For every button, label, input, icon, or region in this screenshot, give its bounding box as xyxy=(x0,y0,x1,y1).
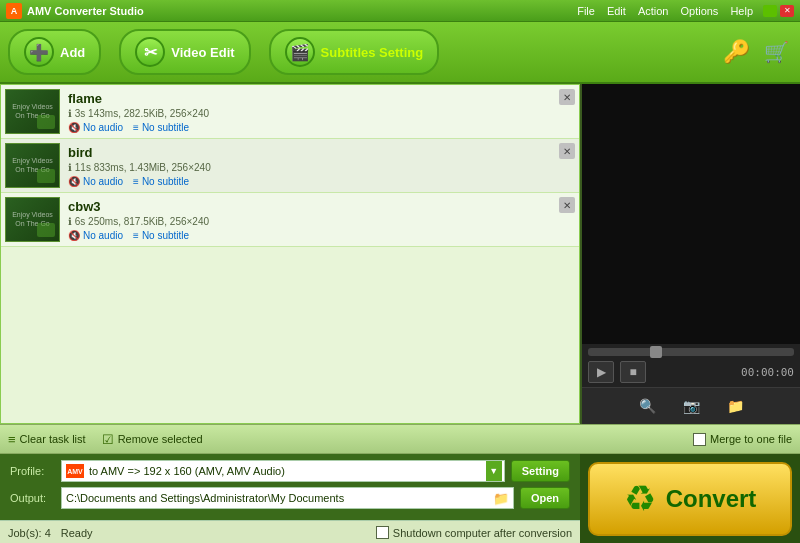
subtitle-icon: ≡ xyxy=(133,176,139,187)
folder-button[interactable]: 📁 xyxy=(721,394,749,418)
main-area: Enjoy VideosOn The Go flame ℹ 3s 143ms, … xyxy=(0,84,800,424)
menu-action[interactable]: Action xyxy=(638,5,669,17)
audio-status: 🔇 No audio xyxy=(68,176,123,187)
shutdown-checkbox[interactable] xyxy=(376,526,389,539)
file-item: Enjoy VideosOn The Go flame ℹ 3s 143ms, … xyxy=(1,85,579,139)
bottom-section: Profile: AMV to AMV => 192 x 160 (AMV, A… xyxy=(0,454,800,543)
open-button[interactable]: Open xyxy=(520,487,570,509)
minimize-button[interactable] xyxy=(763,5,777,17)
subtitle-status: ≡ No subtitle xyxy=(133,176,189,187)
app-title: AMV Converter Studio xyxy=(27,5,577,17)
info-icon: ℹ xyxy=(68,216,72,227)
dropdown-arrow[interactable]: ▼ xyxy=(486,461,502,481)
play-button[interactable]: ▶ xyxy=(588,361,614,383)
subtitles-icon: 🎬 xyxy=(285,37,315,67)
file-name: flame xyxy=(68,91,573,106)
toolbar: ➕ Add ✂ Video Edit 🎬 Subtitles Setting 🔑… xyxy=(0,22,800,84)
remove-file-button[interactable]: ✕ xyxy=(559,89,575,105)
settings-area: Profile: AMV to AMV => 192 x 160 (AMV, A… xyxy=(0,454,580,520)
scissors-icon: ✂ xyxy=(135,37,165,67)
menu-help[interactable]: Help xyxy=(730,5,753,17)
video-edit-button[interactable]: ✂ Video Edit xyxy=(119,29,250,75)
zoom-button[interactable]: 🔍 xyxy=(633,394,661,418)
remove-file-button[interactable]: ✕ xyxy=(559,143,575,159)
amv-icon: AMV xyxy=(66,464,84,478)
preview-screen xyxy=(582,84,800,344)
merge-checkbox-area: Merge to one file xyxy=(693,433,792,446)
status-text: Ready xyxy=(61,527,93,539)
profile-label: Profile: xyxy=(10,465,55,477)
file-name: cbw3 xyxy=(68,199,573,214)
profile-select[interactable]: AMV to AMV => 192 x 160 (AMV, AMV Audio)… xyxy=(61,460,505,482)
file-meta: ℹ 3s 143ms, 282.5KiB, 256×240 xyxy=(68,108,573,119)
info-icon: ℹ xyxy=(68,162,72,173)
merge-label: Merge to one file xyxy=(710,433,792,445)
remove-file-button[interactable]: ✕ xyxy=(559,197,575,213)
convert-icon: ♻ xyxy=(624,478,656,520)
output-label: Output: xyxy=(10,492,55,504)
menu-bar: File Edit Action Options Help xyxy=(577,5,753,17)
remove-selected-button[interactable]: ☑ Remove selected xyxy=(102,432,203,447)
audio-icon: 🔇 xyxy=(68,122,80,133)
file-meta: ℹ 11s 833ms, 1.43MiB, 256×240 xyxy=(68,162,573,173)
key-button[interactable]: 🔑 xyxy=(720,36,752,68)
audio-icon: 🔇 xyxy=(68,230,80,241)
stop-button[interactable]: ■ xyxy=(620,361,646,383)
subtitle-icon: ≡ xyxy=(133,122,139,133)
subtitles-label: Subtitles Setting xyxy=(321,45,424,60)
file-info: cbw3 ℹ 6s 250ms, 817.5KiB, 256×240 🔇 No … xyxy=(68,197,573,241)
add-icon: ➕ xyxy=(24,37,54,67)
add-button[interactable]: ➕ Add xyxy=(8,29,101,75)
audio-icon: 🔇 xyxy=(68,176,80,187)
playback-controls: ▶ ■ 00:00:00 xyxy=(588,361,794,383)
subtitle-status: ≡ No subtitle xyxy=(133,230,189,241)
preview-tools: 🔍 📷 📁 xyxy=(582,387,800,424)
screenshot-button[interactable]: 📷 xyxy=(677,394,705,418)
close-button[interactable]: ✕ xyxy=(780,5,794,17)
convert-label: Convert xyxy=(666,485,757,513)
toolbar-right: 🔑 🛒 xyxy=(720,36,792,68)
shutdown-area: Shutdown computer after conversion xyxy=(376,526,572,539)
audio-status: 🔇 No audio xyxy=(68,122,123,133)
time-display: 00:00:00 xyxy=(741,366,794,379)
app-icon: A xyxy=(6,3,22,19)
subtitle-status: ≡ No subtitle xyxy=(133,122,189,133)
menu-options[interactable]: Options xyxy=(680,5,718,17)
cart-icon: 🛒 xyxy=(764,40,789,64)
seek-thumb[interactable] xyxy=(650,346,662,358)
menu-file[interactable]: File xyxy=(577,5,595,17)
output-value: C:\Documents and Settings\Administrator\… xyxy=(66,492,344,504)
file-info: bird ℹ 11s 833ms, 1.43MiB, 256×240 🔇 No … xyxy=(68,143,573,187)
window-controls: ✕ xyxy=(763,5,794,17)
convert-area: ♻ Convert xyxy=(580,454,800,543)
clear-label: Clear task list xyxy=(20,433,86,445)
info-icon: ℹ xyxy=(68,108,72,119)
output-row: Output: C:\Documents and Settings\Admini… xyxy=(10,487,570,509)
subtitles-button[interactable]: 🎬 Subtitles Setting xyxy=(269,29,440,75)
profile-row: Profile: AMV to AMV => 192 x 160 (AMV, A… xyxy=(10,460,570,482)
seek-bar[interactable] xyxy=(588,348,794,356)
subtitle-icon: ≡ xyxy=(133,230,139,241)
key-icon: 🔑 xyxy=(723,39,750,65)
convert-button[interactable]: ♻ Convert xyxy=(588,462,792,536)
bottom-left: Profile: AMV to AMV => 192 x 160 (AMV, A… xyxy=(0,454,580,543)
remove-icon: ☑ xyxy=(102,432,114,447)
file-meta: ℹ 6s 250ms, 817.5KiB, 256×240 xyxy=(68,216,573,227)
cart-button[interactable]: 🛒 xyxy=(760,36,792,68)
file-status: 🔇 No audio ≡ No subtitle xyxy=(68,122,573,133)
file-thumbnail: Enjoy VideosOn The Go xyxy=(5,197,60,242)
file-thumbnail: Enjoy VideosOn The Go xyxy=(5,143,60,188)
output-path[interactable]: C:\Documents and Settings\Administrator\… xyxy=(61,487,514,509)
setting-button[interactable]: Setting xyxy=(511,460,570,482)
file-status: 🔇 No audio ≡ No subtitle xyxy=(68,176,573,187)
remove-label: Remove selected xyxy=(118,433,203,445)
add-label: Add xyxy=(60,45,85,60)
browse-icon: 📁 xyxy=(493,491,509,506)
clear-task-button[interactable]: ≡ Clear task list xyxy=(8,432,86,447)
menu-edit[interactable]: Edit xyxy=(607,5,626,17)
profile-value: to AMV => 192 x 160 (AMV, AMV Audio) xyxy=(89,465,285,477)
title-bar: A AMV Converter Studio File Edit Action … xyxy=(0,0,800,22)
jobs-count: Job(s): 4 xyxy=(8,527,51,539)
status-bar: Job(s): 4 Ready Shutdown computer after … xyxy=(0,520,580,543)
merge-checkbox[interactable] xyxy=(693,433,706,446)
